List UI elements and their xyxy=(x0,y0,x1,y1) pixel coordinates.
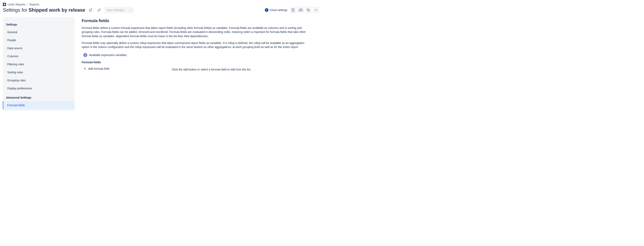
close-settings-label: Close settings xyxy=(270,8,288,12)
save-button[interactable]: Save changes xyxy=(104,7,127,13)
sidebar-item-columns[interactable]: Columns xyxy=(3,52,74,60)
available-expression-variables-link[interactable]: ? Available expression variables xyxy=(83,53,127,57)
sidebar-item-sorting-rules[interactable]: Sorting rules xyxy=(3,68,74,76)
plus-icon xyxy=(83,67,86,70)
sidebar-item-display-preferences[interactable]: Display preferences xyxy=(3,84,74,92)
help-icon: ? xyxy=(83,53,87,57)
save-dropdown-button[interactable] xyxy=(127,7,134,13)
page-title: Settings for Shipped work by release xyxy=(3,7,85,13)
sidebar-item-label: People xyxy=(7,39,16,42)
close-icon xyxy=(265,8,268,12)
sidebar-item-label: Display preferences xyxy=(7,87,32,90)
breadcrumb-app[interactable]: Limbr Reports xyxy=(8,3,25,6)
cloud-download-icon[interactable] xyxy=(298,7,304,13)
svg-point-9 xyxy=(316,10,316,10)
content-paragraph-2: Formula fields may optionally define a c… xyxy=(82,41,307,49)
breadcrumb-separator: / xyxy=(27,3,28,6)
add-formula-field-button[interactable]: Add formula field xyxy=(82,67,109,70)
svg-point-5 xyxy=(308,9,308,10)
save-split-button: Save changes xyxy=(104,7,134,13)
page-title-prefix: Settings for xyxy=(3,7,28,13)
svg-line-0 xyxy=(90,9,92,10)
breadcrumb: Limbr Reports / Reports xyxy=(3,3,319,6)
sidebar-item-label: Sorting rules xyxy=(7,71,23,74)
sidebar-item-label: Grouping rules xyxy=(7,79,26,82)
subsection-title: Formula fields xyxy=(82,61,319,64)
sidebar-item-data-source[interactable]: Data source xyxy=(3,44,74,52)
sidebar-item-general[interactable]: General xyxy=(3,28,74,36)
add-formula-label: Add formula field xyxy=(88,67,109,70)
content-panel: Formula fields Formula fields define a c… xyxy=(82,17,319,111)
content-paragraph-1: Formula fields define a custom formula e… xyxy=(82,26,307,38)
sidebar-item-label: Data source xyxy=(7,47,22,50)
svg-point-8 xyxy=(314,10,315,10)
settings-sidebar: Settings General People Data source Colu… xyxy=(3,17,74,111)
svg-point-7 xyxy=(308,10,309,11)
expr-var-label: Available expression variables xyxy=(89,53,127,57)
sidebar-item-formula-fields[interactable]: Formula fields xyxy=(3,101,74,109)
breadcrumb-section[interactable]: Reports xyxy=(30,3,39,6)
sidebar-heading-settings: Settings xyxy=(3,21,74,28)
more-menu-icon[interactable] xyxy=(313,7,319,13)
sidebar-item-grouping-rules[interactable]: Grouping rules xyxy=(3,76,74,84)
svg-point-10 xyxy=(317,10,317,10)
refresh-icon[interactable] xyxy=(290,7,296,13)
sidebar-item-label: Filtering rules xyxy=(7,63,24,66)
content-title: Formula fields xyxy=(82,18,319,23)
page-title-name: Shipped work by release xyxy=(28,7,85,13)
sidebar-item-label: Formula fields xyxy=(7,104,25,107)
close-settings-button[interactable]: Close settings xyxy=(264,8,288,12)
formula-hint: Click the add button or select a formula… xyxy=(172,68,251,71)
sidebar-item-label: Columns xyxy=(7,55,18,58)
app-logo-icon xyxy=(3,3,6,6)
sidebar-item-filtering-rules[interactable]: Filtering rules xyxy=(3,60,74,68)
copy-link-icon[interactable] xyxy=(96,7,102,13)
sidebar-heading-advanced: Advanced Settings xyxy=(3,94,74,101)
sidebar-item-people[interactable]: People xyxy=(3,36,74,44)
settings-sliders-icon[interactable] xyxy=(305,7,312,13)
open-external-icon[interactable] xyxy=(87,7,94,13)
sidebar-item-label: General xyxy=(7,30,17,34)
